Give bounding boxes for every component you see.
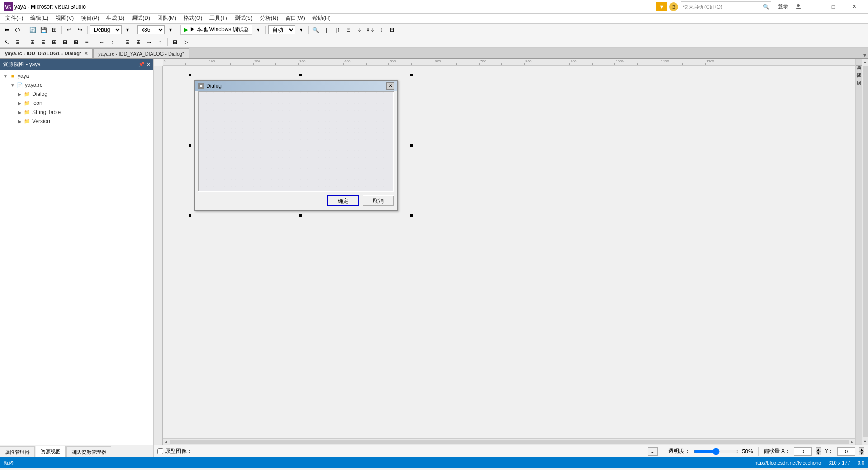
debug-config-dropdown[interactable]: Debug xyxy=(90,25,122,34)
quick-search-input[interactable] xyxy=(681,2,761,12)
toolbar-step3[interactable]: ↕ xyxy=(376,25,386,35)
transparency-slider[interactable] xyxy=(693,448,739,455)
tab-close-1[interactable]: ✕ xyxy=(84,51,88,56)
resize-handle-w[interactable] xyxy=(189,144,191,147)
tab-resource-view[interactable]: 资源视图 xyxy=(36,446,66,457)
tree-toggle-rc[interactable]: ▼ xyxy=(9,81,16,89)
menu-debug[interactable]: 调试(D) xyxy=(128,14,154,23)
tb2-btn6[interactable]: ↔ xyxy=(97,37,107,47)
scroll-right-btn[interactable]: ► xyxy=(849,440,855,444)
tb2-btn11[interactable]: ↕ xyxy=(155,37,165,47)
tb2-btn7[interactable]: ↕ xyxy=(108,37,118,47)
tree-toggle-string-table[interactable]: ▶ xyxy=(16,109,24,116)
resize-handle-sw[interactable] xyxy=(189,214,191,217)
tb2-align-center[interactable]: ⊟ xyxy=(38,37,48,47)
tab-idd-yaya-dialog[interactable]: yaya.rc - IDD_YAYA_DIALOG - Dialog* xyxy=(93,48,189,58)
tree-item-version[interactable]: ▶ 📁 Version xyxy=(0,117,153,126)
tab-scroll-right[interactable]: ▾ xyxy=(862,52,868,58)
close-button[interactable]: ✕ xyxy=(844,0,864,14)
tb2-btn9[interactable]: ⊞ xyxy=(133,37,143,47)
run-arrow[interactable]: ▾ xyxy=(253,25,263,35)
scroll-up-btn[interactable]: ▲ xyxy=(862,59,868,65)
tree-toggle-root[interactable]: ▼ xyxy=(2,72,9,80)
tb2-select[interactable]: ↖ xyxy=(2,37,12,47)
tb2-btn3[interactable]: ⊟ xyxy=(60,37,70,47)
toolbar-watch[interactable]: ⊞ xyxy=(387,25,397,35)
menu-edit[interactable]: 编辑(E) xyxy=(27,14,52,23)
dialog-close-icon[interactable]: ✕ xyxy=(386,82,394,90)
toolbar-bookmark[interactable]: | xyxy=(322,25,332,35)
menu-format[interactable]: 格式(O) xyxy=(180,14,206,23)
toolbar-redo[interactable]: ↪ xyxy=(75,25,85,35)
platform-arrow[interactable]: ▾ xyxy=(165,25,175,35)
scroll-left-btn[interactable]: ◄ xyxy=(163,440,169,444)
tb2-btn2[interactable]: ⊟ xyxy=(13,37,23,47)
dialog-titlebar[interactable]: ■ Dialog ✕ xyxy=(195,81,397,91)
menu-build[interactable]: 生成(B) xyxy=(103,14,128,23)
toolbar-step[interactable]: ⇩ xyxy=(354,25,364,35)
toolbar-btn-2[interactable]: ⭯ xyxy=(13,25,23,35)
auto-dropdown[interactable]: 自动 xyxy=(268,25,295,34)
tab-property-manager[interactable]: 属性管理器 xyxy=(0,446,35,457)
toolbar-step2[interactable]: ⇩⇩ xyxy=(365,25,375,35)
browse-image-button[interactable]: ... xyxy=(648,447,658,456)
toolbar-save[interactable]: 💾 xyxy=(38,25,48,35)
sidebar-close-btn[interactable]: ✕ xyxy=(146,62,151,67)
toolbox-tab[interactable]: 工具箱 xyxy=(856,60,862,63)
toolbar-save-all[interactable]: ⊞ xyxy=(49,25,59,35)
minimize-button[interactable]: ─ xyxy=(802,0,823,14)
resize-handle-se[interactable] xyxy=(410,214,413,217)
menu-tools[interactable]: 工具(T) xyxy=(206,14,231,23)
offset-y-up[interactable]: ▲ xyxy=(859,447,864,451)
offset-x-spinners[interactable]: ▲ ▼ xyxy=(816,447,821,455)
toolbar-breakpoint[interactable]: ⊟ xyxy=(344,25,354,35)
tb2-align-right[interactable]: ⊞ xyxy=(49,37,59,47)
tab-team-resource[interactable]: 团队资源管理器 xyxy=(66,446,111,457)
menu-window[interactable]: 窗口(W) xyxy=(282,14,308,23)
tb2-btn10[interactable]: ↔ xyxy=(144,37,154,47)
horizontal-scrollbar[interactable]: ◄ ► xyxy=(163,438,855,445)
sidebar-pin-btn[interactable]: 📌 xyxy=(138,62,145,67)
scroll-down-btn[interactable]: ▼ xyxy=(862,438,868,445)
tree-toggle-version[interactable]: ▶ xyxy=(16,118,24,125)
properties-tab-vertical[interactable]: 属性 xyxy=(856,67,862,71)
vertical-scrollbar[interactable]: ▲ ▼ xyxy=(862,59,868,445)
toolbar-bookmark2[interactable]: |↑ xyxy=(333,25,343,35)
menu-analyze[interactable]: 分析(N) xyxy=(256,14,282,23)
quick-search-icon[interactable]: 🔍 xyxy=(761,2,771,12)
tree-item-dialog[interactable]: ▶ 📁 Dialog xyxy=(0,90,153,99)
toolbar-undo[interactable]: ↩ xyxy=(64,25,74,35)
resize-handle-ne[interactable] xyxy=(410,74,413,76)
tb2-btn4[interactable]: ⊞ xyxy=(71,37,81,47)
offset-y-down[interactable]: ▼ xyxy=(859,451,864,455)
tb2-test[interactable]: ▷ xyxy=(181,37,191,47)
prototype-image-checkbox[interactable] xyxy=(157,448,163,454)
menu-project[interactable]: 项目(P) xyxy=(77,14,103,23)
resize-handle-e[interactable] xyxy=(410,144,413,147)
maximize-button[interactable]: □ xyxy=(823,0,844,14)
toolbar-refresh[interactable]: 🔄 xyxy=(28,25,38,35)
login-button[interactable]: 登录 xyxy=(774,2,792,11)
toolbar-btn-1[interactable]: ⬅ xyxy=(2,25,12,35)
tb2-btn5[interactable]: ≡ xyxy=(82,37,92,47)
menu-view[interactable]: 视图(V) xyxy=(52,14,77,23)
offset-x-down[interactable]: ▼ xyxy=(816,451,821,455)
scroll-thumb-v[interactable] xyxy=(863,66,868,437)
scroll-thumb-h[interactable] xyxy=(170,440,849,444)
tb2-align-left[interactable]: ⊞ xyxy=(28,37,38,47)
dialog-window[interactable]: ■ Dialog ✕ xyxy=(194,80,398,211)
menu-team[interactable]: 团队(M) xyxy=(154,14,180,23)
run-button[interactable]: ▶ ▶ 本地 Windows 调试器 xyxy=(180,25,252,35)
tree-item-yaya-rc[interactable]: ▼ 📄 yaya.rc xyxy=(0,81,153,90)
tree-toggle-dialog[interactable]: ▶ xyxy=(16,90,24,98)
auto-arrow[interactable]: ▾ xyxy=(296,25,306,35)
tab-idd-dialog1[interactable]: yaya.rc - IDD_DIALOG1 - Dialog* ✕ xyxy=(0,48,93,58)
resize-handle-n[interactable] xyxy=(299,74,302,76)
dialog-ok-button[interactable]: 确定 xyxy=(327,195,359,206)
window-controls[interactable]: ─ □ ✕ xyxy=(802,0,864,14)
offset-y-spinners[interactable]: ▲ ▼ xyxy=(859,447,864,455)
toolbar-find[interactable]: 🔍 xyxy=(311,25,321,35)
tb2-grid[interactable]: ⊞ xyxy=(170,37,180,47)
offset-x-up[interactable]: ▲ xyxy=(816,447,821,451)
prototype-image-checkbox-label[interactable]: 原型图像： xyxy=(157,447,192,455)
